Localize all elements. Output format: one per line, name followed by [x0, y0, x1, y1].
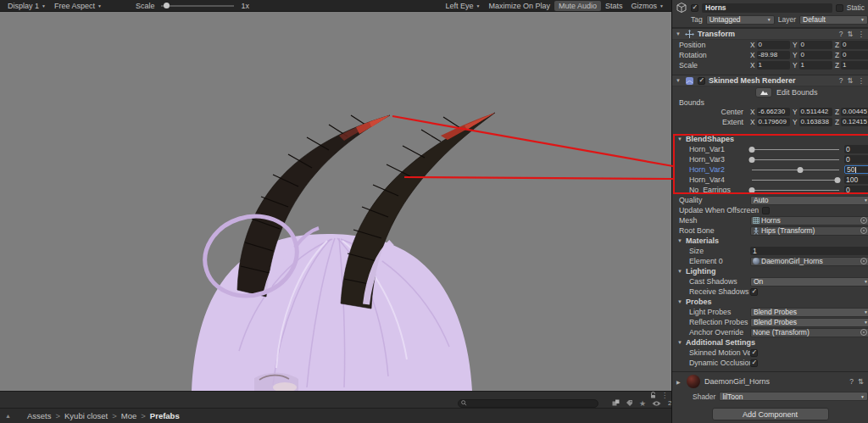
gameobject-name-field[interactable]: Horns — [702, 3, 832, 13]
probes-foldout[interactable]: ▼ Probes — [672, 297, 868, 307]
blendshape-value-field[interactable]: 0 — [844, 155, 868, 164]
display-dropdown[interactable]: Display 1▼ — [3, 1, 50, 11]
presets-icon[interactable]: ⇅ — [847, 30, 853, 38]
lighting-foldout[interactable]: ▼ Lighting — [672, 266, 868, 276]
presets-icon[interactable]: ⇅ — [858, 377, 864, 386]
gameobject-cube-icon[interactable] — [676, 2, 687, 14]
foldout-arrow-icon[interactable]: ▼ — [677, 136, 683, 142]
left-eye-dropdown[interactable]: Left Eye▼ — [441, 1, 484, 11]
presets-icon[interactable]: ⇅ — [847, 76, 853, 85]
visibility-eye-icon[interactable] — [652, 400, 661, 407]
blendshapes-foldout[interactable]: ▼ BlendShapes — [672, 134, 868, 144]
stats-toggle[interactable]: Stats — [601, 1, 627, 11]
scale-z-field[interactable]: 1 — [841, 61, 868, 70]
favorite-star-icon[interactable]: ★ — [639, 399, 646, 408]
foldout-arrow-icon[interactable]: ▶ — [676, 379, 682, 385]
edit-bounds-button[interactable] — [755, 87, 772, 97]
mute-audio-toggle[interactable]: Mute Audio — [554, 1, 601, 11]
skinned-motion-vectors-checkbox[interactable] — [750, 349, 758, 357]
object-picker-icon[interactable] — [860, 227, 867, 234]
blendshape-value-field[interactable]: 100 — [844, 175, 868, 184]
reflection-probes-dropdown[interactable]: Blend Probes▼ — [750, 318, 868, 327]
object-picker-icon[interactable] — [860, 329, 867, 336]
slider-knob[interactable] — [749, 187, 755, 193]
foldout-arrow-icon[interactable]: ▼ — [677, 269, 683, 274]
maximize-on-play-toggle[interactable]: Maximize On Play — [484, 1, 554, 11]
package-filter-icon[interactable] — [612, 399, 620, 407]
rotation-z-field[interactable]: 0 — [841, 51, 868, 59]
center-x-field[interactable]: -6.66230 — [757, 108, 790, 116]
slider-knob[interactable] — [749, 147, 755, 153]
extent-z-field[interactable]: 0.12415 — [841, 118, 868, 126]
kebab-icon[interactable]: ⋮ — [858, 76, 865, 85]
breadcrumb-item[interactable]: Kyubi closet — [64, 411, 108, 420]
scale-slider-knob[interactable] — [164, 3, 170, 8]
search-box[interactable] — [458, 399, 598, 408]
gizmos-dropdown[interactable]: Gizmos▼ — [627, 1, 668, 11]
foldout-arrow-icon[interactable]: ▼ — [677, 299, 683, 304]
extent-x-field[interactable]: 0.179609 — [757, 118, 790, 126]
breadcrumb-item[interactable]: Assets — [27, 411, 52, 420]
blendshape-value-field[interactable]: 0 — [844, 145, 868, 153]
blendshape-slider[interactable] — [752, 186, 839, 194]
rotation-y-field[interactable]: 0 — [799, 51, 832, 59]
search-input[interactable] — [469, 399, 595, 407]
root-bone-object-field[interactable]: Hips (Transform) — [750, 226, 868, 236]
blendshape-slider[interactable] — [752, 145, 839, 153]
light-probes-dropdown[interactable]: Blend Probes▼ — [750, 308, 868, 317]
static-checkbox[interactable] — [836, 4, 843, 12]
kebab-icon[interactable]: ⋮ — [858, 30, 865, 38]
aspect-dropdown[interactable]: Free Aspect▼ — [50, 1, 106, 11]
tag-dropdown[interactable]: Untagged▼ — [706, 15, 775, 25]
center-y-field[interactable]: 0.511442 — [799, 108, 832, 116]
size-field[interactable]: 1 — [750, 247, 868, 255]
object-picker-icon[interactable] — [860, 258, 867, 264]
add-component-button[interactable]: Add Component — [712, 408, 829, 420]
component-enabled-checkbox[interactable] — [698, 77, 705, 85]
label-filter-icon[interactable] — [626, 399, 633, 407]
foldout-arrow-icon[interactable]: ▼ — [677, 238, 683, 243]
extent-y-field[interactable]: 0.163838 — [799, 118, 832, 126]
slider-knob[interactable] — [797, 167, 803, 173]
receive-shadows-checkbox[interactable] — [750, 288, 758, 296]
help-icon[interactable]: ? — [849, 377, 854, 386]
collapse-arrow-icon[interactable]: ▲ — [5, 413, 11, 419]
dynamic-occlusion-checkbox[interactable] — [750, 359, 758, 367]
additional-settings-foldout[interactable]: ▼ Additional Settings — [672, 337, 868, 348]
transform-header[interactable]: ▼ Transform ?⇅⋮ — [672, 28, 868, 40]
update-offscreen-checkbox[interactable] — [762, 207, 770, 214]
cast-shadows-dropdown[interactable]: On▼ — [750, 277, 868, 287]
shader-dropdown[interactable]: lilToon▼ — [719, 392, 868, 401]
skinned-mesh-renderer-header[interactable]: ▼ Skinned Mesh Renderer ?⇅⋮ — [672, 75, 868, 86]
blendshape-value-field-editing[interactable]: 50 — [844, 165, 868, 174]
blendshape-slider[interactable] — [752, 175, 839, 184]
layer-dropdown[interactable]: Default▼ — [799, 15, 868, 25]
foldout-arrow-icon[interactable]: ▼ — [676, 31, 682, 36]
materials-foldout[interactable]: ▼ Materials — [672, 236, 868, 246]
slider-knob[interactable] — [749, 157, 755, 163]
blendshape-slider[interactable] — [752, 155, 839, 164]
foldout-arrow-icon[interactable]: ▼ — [676, 78, 682, 83]
anchor-override-field[interactable]: None (Transform) — [750, 328, 868, 337]
scale-x-field[interactable]: 1 — [757, 61, 790, 70]
position-x-field[interactable]: 0 — [757, 41, 790, 49]
object-picker-icon[interactable] — [860, 217, 867, 224]
foldout-arrow-icon[interactable]: ▼ — [677, 340, 683, 345]
scale-slider[interactable] — [161, 5, 234, 7]
position-z-field[interactable]: 0 — [841, 41, 868, 49]
slider-knob[interactable] — [834, 177, 840, 183]
quality-dropdown[interactable]: Auto▼ — [750, 196, 868, 205]
center-z-field[interactable]: 0.00445 — [841, 108, 868, 116]
material-header[interactable]: ▶ DaemonGirl_Horns ?⇅ — [672, 372, 868, 391]
scale-y-field[interactable]: 1 — [799, 61, 832, 70]
position-y-field[interactable]: 0 — [799, 41, 832, 49]
blendshape-slider[interactable] — [752, 165, 839, 174]
breadcrumb-item[interactable]: Moe — [121, 411, 136, 420]
element-object-field[interactable]: DaemonGirl_Horns — [750, 257, 868, 266]
mesh-object-field[interactable]: Horns — [750, 216, 868, 225]
help-icon[interactable]: ? — [839, 30, 843, 38]
breadcrumb-item-current[interactable]: Prefabs — [150, 411, 180, 420]
game-viewport[interactable] — [0, 12, 671, 391]
help-icon[interactable]: ? — [839, 76, 843, 85]
blendshape-value-field[interactable]: 0 — [844, 186, 868, 194]
